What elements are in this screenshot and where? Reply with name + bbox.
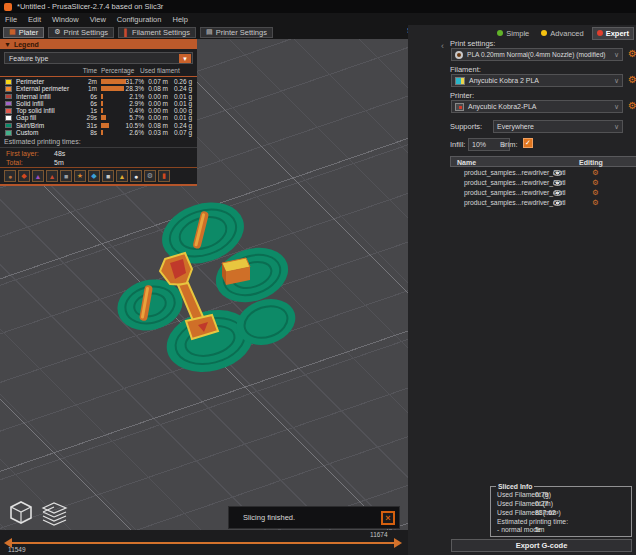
editing-column-header: Editing [579, 159, 603, 166]
printer-gear-button[interactable]: ⚙ [626, 100, 636, 113]
move-slider-track[interactable] [12, 542, 394, 544]
feature-used-m: 0.08 m [146, 122, 168, 129]
feature-color-swatch [5, 123, 12, 129]
filament-combo[interactable]: Anycubic Kobra 2 PLA ∨ [451, 74, 623, 87]
sliced-info-value: 0.79 [535, 491, 548, 498]
marker-icon-4[interactable]: ▲ [46, 170, 58, 182]
object-row[interactable]: product_samples...rewdriver_4.stl⚙ [450, 188, 636, 198]
mode-button-expert[interactable]: Expert [592, 27, 634, 40]
collapse-panel-arrow-icon[interactable]: ‹ [441, 41, 444, 51]
menu-item-view[interactable]: View [90, 15, 106, 24]
tab-printer-settings[interactable]: ▤Printer Settings [200, 27, 273, 38]
feature-percent: 5.7% [116, 114, 144, 121]
feature-time: 1m [67, 85, 97, 92]
feature-percent-bar [101, 130, 103, 135]
marker-icon-2[interactable]: ◆ [18, 170, 30, 182]
brim-checkbox[interactable]: ✓ [523, 138, 533, 148]
marker-icon-6[interactable]: ★ [74, 170, 86, 182]
sliced-info-mode-row: - normal mode 5m [491, 526, 631, 535]
filament-gear-button[interactable]: ⚙ [626, 74, 636, 87]
marker-icon-5[interactable]: ■ [60, 170, 72, 182]
marker-icon-11[interactable]: ⚙ [144, 170, 156, 182]
editing-gear-icon[interactable]: ⚙ [592, 198, 599, 207]
supports-combo[interactable]: Everywhere ∨ [493, 120, 623, 133]
first-layer-label: First layer: [6, 150, 39, 157]
feature-percent-bar [101, 123, 109, 128]
feature-used-g: 0.07 g [168, 129, 192, 136]
menu-item-file[interactable]: File [5, 15, 17, 24]
menu-item-configuration[interactable]: Configuration [117, 15, 162, 24]
feature-used-g: 0.01 g [168, 114, 192, 121]
mode-button-simple[interactable]: Simple [493, 28, 533, 39]
marker-icon-7[interactable]: ◆ [88, 170, 100, 182]
view-3d-cube-button[interactable] [6, 497, 36, 527]
feature-type-dropdown-icon[interactable]: ▼ [179, 54, 191, 63]
notification-close-button[interactable]: × [381, 511, 395, 525]
legend-row: Custom8s2.6%0.03 m0.07 g [0, 129, 197, 136]
feature-percent: 2.6% [116, 129, 144, 136]
marker-icon-8[interactable]: ■ [102, 170, 114, 182]
editing-gear-icon[interactable]: ⚙ [592, 178, 599, 187]
menu-item-help[interactable]: Help [172, 15, 187, 24]
sliced-info-time-title: Estimated printing time: [497, 518, 568, 525]
print-settings-gear-button[interactable]: ⚙ [626, 48, 636, 61]
tab-label: Print Settings [64, 28, 109, 37]
eye-icon[interactable] [553, 170, 562, 176]
move-slider-right-handle[interactable] [394, 538, 402, 548]
mode-label: Expert [606, 29, 629, 38]
feature-time: 6s [67, 93, 97, 100]
marker-icon-1[interactable]: ● [4, 170, 16, 182]
mode-button-advanced[interactable]: Advanced [537, 28, 587, 39]
editing-gear-icon[interactable]: ⚙ [592, 168, 599, 177]
legend-rows: Perimeter2m31.7%0.07 m0.26 gExternal per… [0, 78, 197, 136]
object-row[interactable]: product_samples...rewdriver_2.stl⚙ [450, 168, 636, 178]
normal-mode-value: 5m [535, 526, 544, 533]
feature-type-dropdown[interactable]: Feature type ▼ [4, 52, 193, 64]
brim-label: Brim: [500, 140, 518, 149]
feature-label: External perimeter [16, 85, 69, 92]
printer-combo[interactable]: Anycubic Kobra2-PLA ∨ [451, 100, 623, 113]
viewport-3d[interactable]: ▼ Legend Feature type ▼ Time Percentage … [0, 39, 408, 530]
tab-print-settings[interactable]: ⚙Print Settings [48, 27, 114, 38]
marker-icon-3[interactable]: ▲ [32, 170, 44, 182]
print-settings-profile-icon [455, 51, 463, 59]
export-gcode-button[interactable]: Export G-code [451, 539, 632, 552]
legend-title: Legend [14, 41, 39, 48]
object-row[interactable]: product_samples...rewdriver_6.stl⚙ [450, 198, 636, 208]
feature-used-m: 0.03 m [146, 129, 168, 136]
eye-icon[interactable] [553, 190, 562, 196]
expert-mode-dot-icon [597, 30, 603, 36]
eye-icon[interactable] [553, 180, 562, 186]
feature-percent-bar [101, 94, 103, 99]
editing-gear-icon[interactable]: ⚙ [592, 188, 599, 197]
legend-divider-2 [0, 147, 197, 148]
legend-header[interactable]: ▼ Legend [0, 39, 197, 49]
print-settings-combo[interactable]: PLA 0.20mm Normal(0.4mm Nozzle) (modifie… [451, 48, 623, 61]
feature-label: Internal infill [16, 93, 51, 100]
marker-icon-12[interactable]: ▮ [158, 170, 170, 182]
view-layers-button[interactable] [38, 497, 72, 527]
feature-time: 29s [67, 114, 97, 121]
legend-row: Gap fill29s5.7%0.00 m0.01 g [0, 114, 197, 121]
filament-value: Anycubic Kobra 2 PLA [469, 77, 539, 84]
sliced-info-value: 837.62 [535, 509, 556, 516]
object-list: product_samples...rewdriver_2.stl⚙produc… [450, 168, 636, 208]
feature-percent-bar [101, 108, 103, 113]
marker-icon-9[interactable]: ▲ [116, 170, 128, 182]
menu-item-edit[interactable]: Edit [28, 15, 41, 24]
tab-plater[interactable]: ▦Plater [3, 27, 44, 38]
filament-label: Filament: [450, 65, 481, 74]
printer-settings-icon: ▤ [206, 28, 213, 36]
feature-color-swatch [5, 94, 12, 100]
mode-switcher: SimpleAdvancedExpert [493, 27, 634, 39]
eye-icon[interactable] [553, 200, 562, 206]
feature-time: 1s [67, 107, 97, 114]
object-name: product_samples...rewdriver_4.stl [464, 189, 566, 196]
object-row[interactable]: product_samples...rewdriver_3.stl⚙ [450, 178, 636, 188]
menu-item-window[interactable]: Window [52, 15, 79, 24]
app-window: *Untitled - PrusaSlicer-2.7.4 based on S… [0, 0, 636, 555]
sliced-info-title: Sliced Info [496, 483, 534, 490]
tab-filament-settings[interactable]: ▌Filament Settings [118, 27, 196, 38]
marker-icon-10[interactable]: ● [130, 170, 142, 182]
feature-label: Skirt/Brim [16, 122, 44, 129]
